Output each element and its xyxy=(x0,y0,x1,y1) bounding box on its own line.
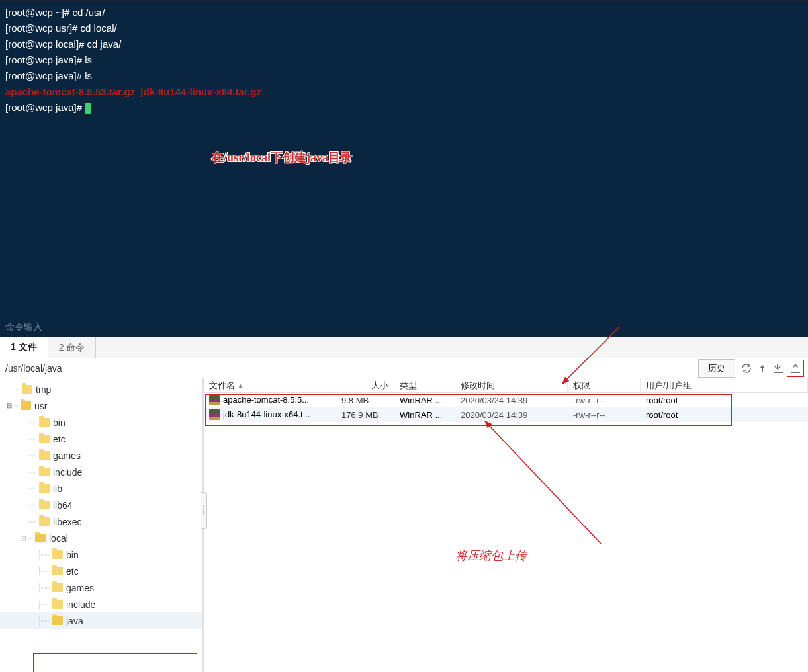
tab-files[interactable]: 1 文件 xyxy=(0,337,48,358)
terminal-panel[interactable]: [root@wcp ~]# cd /usr/ [root@wcp usr]# c… xyxy=(0,0,808,337)
terminal-prompt: [root@wcp java]# xyxy=(5,100,803,116)
history-button[interactable]: 历史 xyxy=(698,359,735,378)
file-row[interactable]: jdk-8u144-linux-x64.t... 176.9 MB WinRAR… xyxy=(204,407,808,422)
column-header-size[interactable]: 大小 xyxy=(336,378,394,392)
tree-node[interactable]: ┊┈┈games xyxy=(0,579,202,596)
annotation-arrow-upload xyxy=(482,418,614,550)
column-header-date[interactable]: 修改时间 xyxy=(455,378,568,392)
terminal-line: [root@wcp usr]# cd local/ xyxy=(5,21,803,36)
terminal-line: [root@wcp ~]# cd /usr/ xyxy=(5,5,803,21)
tree-node-tmp[interactable]: ┊┈ tmp xyxy=(0,381,202,398)
tree-node[interactable]: ┊┈┈include xyxy=(0,596,202,612)
command-input-label[interactable]: 命令输入 xyxy=(5,319,42,335)
folder-icon xyxy=(22,385,32,394)
tree-node[interactable]: ┊┈┈etc xyxy=(0,563,202,579)
folder-icon xyxy=(52,567,63,575)
terminal-line: [root@wcp java]# ls xyxy=(5,52,803,68)
file-row[interactable]: apache-tomcat-8.5.5... 9.8 MB WinRAR ...… xyxy=(204,393,808,407)
ls-output: apache-tomcat-8.5.53.tar.gz jdk-8u144-li… xyxy=(5,84,803,100)
tree-node-java[interactable]: ┊┈┈java xyxy=(0,612,202,629)
folder-icon xyxy=(39,451,50,460)
column-header-type[interactable]: 类型 xyxy=(394,378,455,392)
column-header-user[interactable]: 用户/用户组 xyxy=(641,378,808,392)
column-header-perm[interactable]: 权限 xyxy=(568,378,641,392)
tree-node[interactable]: ┊┈┈etc xyxy=(0,431,202,447)
download-icon[interactable] xyxy=(771,361,786,376)
folder-icon xyxy=(52,583,63,592)
tree-node[interactable]: ┊┈┈bin xyxy=(0,546,202,563)
folder-icon xyxy=(52,600,63,609)
cursor-icon xyxy=(85,103,91,114)
tree-node[interactable]: ┊┈┈include xyxy=(0,464,202,480)
tree-node-local[interactable]: ⊟ ┈ local xyxy=(0,530,202,546)
folder-icon xyxy=(39,418,50,427)
path-input[interactable] xyxy=(0,360,698,376)
folder-icon xyxy=(39,468,50,476)
folder-icon xyxy=(21,401,31,410)
annotation-create-java-dir: 在/usr/local下创建java目录 xyxy=(212,149,352,165)
terminal-line: [root@wcp local]# cd java/ xyxy=(5,36,803,52)
annotation-highlight-java xyxy=(33,653,197,672)
terminal-line: [root@wcp java]# ls xyxy=(5,68,803,84)
tree-node[interactable]: ┊┈┈lib xyxy=(0,480,202,497)
sort-asc-icon: ▲ xyxy=(238,382,244,389)
folder-icon xyxy=(39,501,50,509)
folder-icon xyxy=(35,534,46,542)
path-toolbar: 历史 xyxy=(0,358,808,378)
tree-node[interactable]: ┊┈┈games xyxy=(0,447,202,464)
upload-icon[interactable] xyxy=(788,361,803,376)
archive-icon xyxy=(209,395,220,405)
annotation-upload-archive: 将压缩包上传 xyxy=(455,548,527,564)
up-arrow-icon[interactable] xyxy=(755,361,770,376)
collapse-icon[interactable]: ⊟ xyxy=(20,534,28,542)
tab-commands[interactable]: 2 命令 xyxy=(48,337,97,358)
tree-node[interactable]: ┊┈┈lib64 xyxy=(0,497,202,513)
file-list-header: 文件名▲ 大小 类型 修改时间 权限 用户/用户组 xyxy=(204,378,808,393)
column-header-name[interactable]: 文件名▲ xyxy=(204,378,336,392)
tree-node-usr[interactable]: ⊟ ┈ usr xyxy=(0,398,202,414)
refresh-icon[interactable] xyxy=(739,361,754,376)
folder-icon xyxy=(52,550,63,559)
archive-icon xyxy=(209,409,220,420)
tree-node[interactable]: ┊┈┈libexec xyxy=(0,513,202,530)
folder-icon xyxy=(39,517,50,526)
folder-icon xyxy=(39,484,50,493)
tree-node[interactable]: ┊┈┈bin xyxy=(0,414,202,431)
collapse-icon[interactable]: ⊟ xyxy=(5,402,13,409)
folder-icon xyxy=(52,616,63,625)
file-list-panel: 文件名▲ 大小 类型 修改时间 权限 用户/用户组 apache-tomcat-… xyxy=(204,378,808,672)
panel-tabs: 1 文件 2 命令 xyxy=(0,337,808,358)
directory-tree[interactable]: ┊┈ tmp ⊟ ┈ usr ┊┈┈bin ┊┈┈etc ┊┈┈games ┊┈… xyxy=(0,378,204,672)
svg-line-0 xyxy=(488,425,601,544)
folder-icon xyxy=(39,435,50,443)
